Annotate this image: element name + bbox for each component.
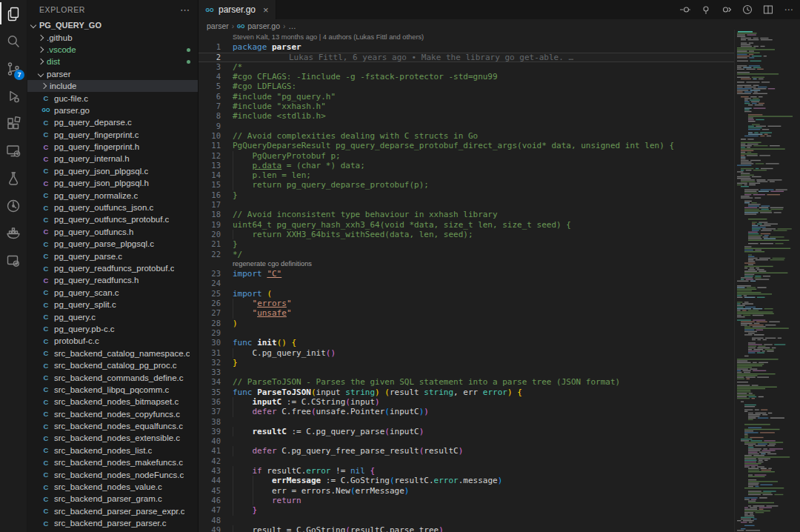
tree-item-src-backend-nodes-bitmapset-c[interactable]: Csrc_backend_nodes_bitmapset.c <box>27 396 198 408</box>
testing-icon[interactable] <box>0 164 27 192</box>
code-line[interactable]: 42 <box>199 456 735 466</box>
code-line[interactable]: 39 resultC := C.pg_query_parse(inputC) <box>199 427 735 436</box>
code-line[interactable]: 38 <box>199 417 735 427</box>
code-line[interactable]: 40 <box>199 436 735 446</box>
remote-explorer-icon[interactable] <box>0 137 27 164</box>
split-editor-icon[interactable] <box>761 3 775 16</box>
code-line[interactable]: 3/* <box>199 62 735 72</box>
tree-item-pg-query-normalize-c[interactable]: Cpg_query_normalize.c <box>27 189 198 201</box>
code-line[interactable]: 34// ParseToJSON - Parses the given SQL … <box>199 377 735 387</box>
breadcrumb-folder[interactable]: parser <box>207 21 229 30</box>
code-line[interactable]: 16} <box>199 190 735 200</box>
code-line[interactable]: 44 errMessage := C.GoString(resultC.erro… <box>199 476 735 485</box>
tree-item-pg-query-pb-c-c[interactable]: Cpg_query.pb-c.c <box>27 323 198 335</box>
tree-item-parser[interactable]: parser <box>27 68 198 80</box>
tree-item-pg-query-go[interactable]: PG_QUERY_GO <box>27 19 198 31</box>
code-line[interactable]: 31 C.pg_query_init() <box>199 348 735 358</box>
source-control-icon[interactable]: 7 <box>0 55 27 82</box>
tree-item-pg-query-readfuncs-protobuf-c[interactable]: Cpg_query_readfuncs_protobuf.c <box>27 262 198 274</box>
code-line[interactable]: 18// Avoid inconsistent type behaviour i… <box>199 210 735 219</box>
code-line[interactable]: 14 p.len = len; <box>199 170 735 180</box>
code-line[interactable]: 4#cgo CFLAGS: -Iinclude -g -fstack-prote… <box>199 72 735 82</box>
tree-item--vscode[interactable]: .vscode <box>27 44 198 56</box>
tree-item-pg-query-outfuncs-h[interactable]: Cpg_query_outfuncs.h <box>27 226 198 238</box>
code-line[interactable]: 10// Avoid complexities dealing with C s… <box>199 131 735 141</box>
tree-item-src-backend-parser-parser-c[interactable]: Csrc_backend_parser_parser.c <box>27 517 198 529</box>
explorer-more-actions-icon[interactable]: ⋯ <box>180 4 190 16</box>
tree-item-src-backend-commands-define-c[interactable]: Csrc_backend_commands_define.c <box>27 371 198 383</box>
gitlens-graph-icon[interactable] <box>699 3 713 16</box>
tree-item-pg-query-internal-h[interactable]: Cpg_query_internal.h <box>27 153 198 164</box>
tree-item-src-backend-nodes-extensible-c[interactable]: Csrc_backend_nodes_extensible.c <box>27 432 198 444</box>
code-line[interactable]: 26 "errors" <box>199 299 735 308</box>
gitlens-commit-icon[interactable] <box>720 3 733 16</box>
close-icon[interactable]: × <box>263 5 269 15</box>
code-line[interactable]: 33 <box>199 368 735 377</box>
tree-item-pg-query-parse-plpgsql-c[interactable]: Cpg_query_parse_plpgsql.c <box>27 238 198 250</box>
settings-tools-icon[interactable] <box>0 247 27 274</box>
code-line[interactable]: 13 p.data = (char *) data; <box>199 161 735 170</box>
code-line[interactable]: 22*/ <box>199 250 735 259</box>
tree-item-pg-query-json-plpgsql-c[interactable]: Cpg_query_json_plpgsql.c <box>27 165 198 177</box>
code-line[interactable]: 27 "unsafe" <box>199 308 735 318</box>
code-line[interactable]: 29 <box>199 328 735 338</box>
tree-item-pg-query-split-c[interactable]: Cpg_query_split.c <box>27 299 198 310</box>
tree-item-src-backend-nodes-value-c[interactable]: Csrc_backend_nodes_value.c <box>27 481 198 493</box>
gitlens-compare-icon[interactable] <box>679 3 692 16</box>
tree-item--github[interactable]: .github <box>27 31 198 43</box>
tree-item-pg-query-scan-c[interactable]: Cpg_query_scan.c <box>27 287 198 299</box>
code-line[interactable]: 37 defer C.free(unsafe.Pointer(inputC)) <box>199 407 735 416</box>
search-icon[interactable] <box>0 27 27 55</box>
tree-item-protobuf-c-c[interactable]: Cprotobuf-c.c <box>27 335 198 347</box>
code-line[interactable]: 9 <box>199 122 735 131</box>
tree-item-src-backend-libpq-pqcomm-c[interactable]: Csrc_backend_libpq_pqcomm.c <box>27 384 198 396</box>
code-line[interactable]: 1package parser <box>199 42 735 52</box>
code-line[interactable]: 46 return <box>199 496 735 505</box>
breadcrumb-symbol[interactable]: … <box>288 21 296 30</box>
tree-item-pg-query-readfuncs-h[interactable]: Cpg_query_readfuncs.h <box>27 274 198 286</box>
run-and-debug-icon[interactable] <box>0 82 27 110</box>
code-line[interactable]: 15 return pg_query_deparse_protobuf(p); <box>199 180 735 190</box>
tree-item-pg-query-fingerprint-h[interactable]: Cpg_query_fingerprint.h <box>27 141 198 153</box>
code-line[interactable]: 17 <box>199 200 735 210</box>
tree-item-src-backend-parser-parse-expr-c[interactable]: Csrc_backend_parser_parse_expr.c <box>27 505 198 517</box>
tree-item-guc-file-c[interactable]: Cguc-file.c <box>27 92 198 104</box>
code-line[interactable]: 35func ParseToJSON(input string) (result… <box>199 388 735 397</box>
tree-item-src-backend-parser-gram-c[interactable]: Csrc_backend_parser_gram.c <box>27 493 198 505</box>
tree-item-src-backend-catalog-pg-proc-c[interactable]: Csrc_backend_catalog_pg_proc.c <box>27 359 198 371</box>
code-line[interactable]: 6#include "pg_query.h" <box>199 92 735 102</box>
code-line[interactable]: 2Lukas Fittl, 6 years ago • Make the lib… <box>199 53 735 62</box>
tree-item-pg-query-fingerprint-c[interactable]: Cpg_query_fingerprint.c <box>27 129 198 141</box>
tree-item-src-backend-nodes-list-c[interactable]: Csrc_backend_nodes_list.c <box>27 445 198 456</box>
tree-item-src-backend-catalog-namespace-c[interactable]: Csrc_backend_catalog_namespace.c <box>27 348 198 359</box>
code-line[interactable]: 7#include "xxhash.h" <box>199 102 735 111</box>
gitlens-icon[interactable] <box>0 192 27 219</box>
code-line[interactable]: 36 inputC := C.CString(input) <box>199 397 735 407</box>
tree-item-parser-go[interactable]: GOparser.go <box>27 104 198 116</box>
code-editor[interactable]: Steven Kalt, 13 months ago | 4 authors (… <box>199 33 735 532</box>
more-actions-icon[interactable]: ⋯ <box>782 3 796 16</box>
timeline-icon[interactable] <box>741 3 754 16</box>
codelens[interactable]: regenerate cgo definitions <box>199 259 735 269</box>
extensions-icon[interactable] <box>0 110 27 137</box>
code-line[interactable]: 8#include <stdlib.h> <box>199 111 735 121</box>
tree-item-src-backend-nodes-equalfuncs-c[interactable]: Csrc_backend_nodes_equalfuncs.c <box>27 420 198 432</box>
breadcrumb-file[interactable]: parser.go <box>247 21 280 30</box>
code-line[interactable]: 30func init() { <box>199 338 735 348</box>
code-line[interactable]: 5#cgo LDFLAGS: <box>199 82 735 91</box>
tab-parser-go[interactable]: GO parser.go × <box>199 0 276 19</box>
tree-item-src-backend-nodes-makefuncs-c[interactable]: Csrc_backend_nodes_makefuncs.c <box>27 456 198 468</box>
tree-item-pg-query-parse-c[interactable]: Cpg_query_parse.c <box>27 250 198 262</box>
code-line[interactable]: 21} <box>199 239 735 249</box>
code-line[interactable]: 48 <box>199 516 735 525</box>
tree-item-src-backend-nodes-nodefuncs-c[interactable]: Csrc_backend_nodes_nodeFuncs.c <box>27 468 198 480</box>
code-line[interactable]: 49 result = C.GoString(resultC.parse_tre… <box>199 525 735 532</box>
tree-item-pg-query-json-plpgsql-h[interactable]: Cpg_query_json_plpgsql.h <box>27 177 198 189</box>
code-line[interactable]: 41 defer C.pg_query_free_parse_result(re… <box>199 446 735 456</box>
tree-item-pg-query-outfuncs-json-c[interactable]: Cpg_query_outfuncs_json.c <box>27 202 198 213</box>
code-line[interactable]: 20 return XXH3_64bits_withSeed(data, len… <box>199 230 735 239</box>
code-line[interactable]: 43 if resultC.error != nil { <box>199 466 735 476</box>
code-line[interactable]: 24 <box>199 279 735 288</box>
tree-item-pg-query-outfuncs-protobuf-c[interactable]: Cpg_query_outfuncs_protobuf.c <box>27 213 198 225</box>
code-line[interactable]: 28) <box>199 319 735 328</box>
